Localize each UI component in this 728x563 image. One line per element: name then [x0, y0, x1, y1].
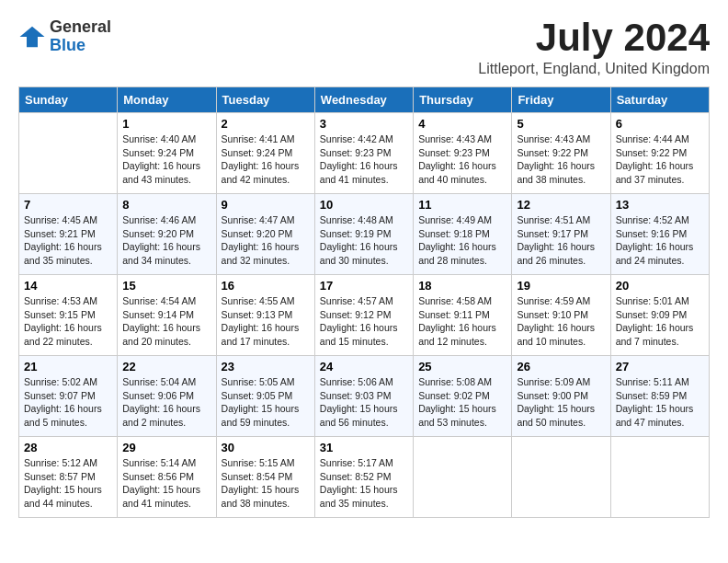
sunrise-text: Sunrise: 4:57 AM	[320, 295, 393, 306]
sunrise-text: Sunrise: 5:01 AM	[616, 295, 689, 306]
day-info: Sunrise: 4:45 AM Sunset: 9:21 PM Dayligh…	[24, 213, 112, 268]
day-info: Sunrise: 5:06 AM Sunset: 9:03 PM Dayligh…	[320, 375, 408, 430]
sunrise-text: Sunrise: 4:43 AM	[517, 133, 590, 144]
sunrise-text: Sunrise: 5:15 AM	[222, 457, 295, 468]
sunrise-text: Sunrise: 4:58 AM	[418, 295, 492, 306]
sunset-text: Sunset: 8:52 PM	[320, 471, 392, 482]
sunset-text: Sunset: 9:20 PM	[222, 228, 293, 239]
sunset-text: Sunset: 9:07 PM	[24, 390, 96, 401]
day-number: 2	[222, 117, 310, 131]
day-number: 16	[222, 279, 310, 293]
daylight-text: Daylight: 16 hours and 26 minutes.	[517, 241, 595, 266]
day-number: 18	[418, 279, 506, 293]
sunrise-text: Sunrise: 5:02 AM	[24, 376, 97, 387]
calendar-cell: 28 Sunrise: 5:12 AM Sunset: 8:57 PM Dayl…	[19, 437, 118, 518]
day-number: 24	[320, 360, 408, 373]
sunset-text: Sunset: 9:22 PM	[517, 147, 588, 158]
calendar-cell: 25 Sunrise: 5:08 AM Sunset: 9:02 PM Dayl…	[414, 356, 512, 437]
sunrise-text: Sunrise: 4:41 AM	[222, 133, 295, 144]
calendar-cell: 19 Sunrise: 4:59 AM Sunset: 9:10 PM Dayl…	[512, 275, 610, 356]
day-info: Sunrise: 4:54 AM Sunset: 9:14 PM Dayligh…	[122, 294, 210, 349]
sunset-text: Sunset: 9:00 PM	[517, 390, 588, 401]
calendar-cell: 6 Sunrise: 4:44 AM Sunset: 9:22 PM Dayli…	[610, 113, 709, 194]
calendar-cell: 2 Sunrise: 4:41 AM Sunset: 9:24 PM Dayli…	[216, 113, 314, 194]
sunset-text: Sunset: 9:24 PM	[122, 147, 194, 158]
sunset-text: Sunset: 9:18 PM	[418, 228, 490, 239]
day-number: 26	[517, 360, 605, 373]
calendar-cell: 21 Sunrise: 5:02 AM Sunset: 9:07 PM Dayl…	[19, 356, 118, 437]
daylight-text: Daylight: 16 hours and 17 minutes.	[222, 322, 300, 347]
sunset-text: Sunset: 9:03 PM	[320, 390, 392, 401]
calendar-cell: 30 Sunrise: 5:15 AM Sunset: 8:54 PM Dayl…	[216, 437, 314, 518]
daylight-text: Daylight: 16 hours and 28 minutes.	[418, 241, 496, 266]
calendar-cell: 3 Sunrise: 4:42 AM Sunset: 9:23 PM Dayli…	[314, 113, 413, 194]
calendar-cell: 13 Sunrise: 4:52 AM Sunset: 9:16 PM Dayl…	[610, 194, 709, 275]
header-sunday: Sunday	[19, 87, 118, 113]
day-number: 9	[222, 198, 310, 212]
calendar-cell: 29 Sunrise: 5:14 AM Sunset: 8:56 PM Dayl…	[118, 437, 216, 518]
day-info: Sunrise: 5:01 AM Sunset: 9:09 PM Dayligh…	[616, 294, 704, 349]
sunset-text: Sunset: 9:17 PM	[517, 228, 588, 239]
header-saturday: Saturday	[610, 87, 709, 113]
day-info: Sunrise: 4:44 AM Sunset: 9:22 PM Dayligh…	[616, 132, 704, 187]
daylight-text: Daylight: 15 hours and 44 minutes.	[24, 484, 102, 509]
day-info: Sunrise: 5:15 AM Sunset: 8:54 PM Dayligh…	[222, 456, 310, 511]
sunset-text: Sunset: 8:54 PM	[222, 471, 293, 482]
day-number: 10	[320, 198, 408, 212]
day-number: 11	[418, 198, 506, 212]
header-friday: Friday	[512, 87, 610, 113]
day-number: 17	[320, 279, 408, 293]
header-wednesday: Wednesday	[314, 87, 413, 113]
daylight-text: Daylight: 16 hours and 35 minutes.	[24, 241, 102, 266]
sunset-text: Sunset: 9:20 PM	[122, 228, 194, 239]
day-info: Sunrise: 5:02 AM Sunset: 9:07 PM Dayligh…	[24, 375, 112, 430]
day-number: 31	[320, 441, 408, 454]
day-number: 30	[222, 441, 310, 454]
day-number: 13	[616, 198, 704, 212]
logo-icon	[18, 23, 46, 51]
daylight-text: Daylight: 15 hours and 53 minutes.	[418, 403, 496, 428]
day-info: Sunrise: 5:05 AM Sunset: 9:05 PM Dayligh…	[222, 375, 310, 430]
day-info: Sunrise: 4:43 AM Sunset: 9:22 PM Dayligh…	[517, 132, 605, 187]
calendar-cell: 17 Sunrise: 4:57 AM Sunset: 9:12 PM Dayl…	[314, 275, 413, 356]
day-number: 20	[616, 279, 704, 293]
week-row-1: 1 Sunrise: 4:40 AM Sunset: 9:24 PM Dayli…	[19, 113, 710, 194]
sunrise-text: Sunrise: 4:49 AM	[418, 214, 492, 225]
day-number: 8	[122, 198, 210, 212]
logo-text: General Blue	[50, 18, 111, 55]
sunset-text: Sunset: 9:14 PM	[122, 309, 194, 320]
day-info: Sunrise: 4:49 AM Sunset: 9:18 PM Dayligh…	[418, 213, 506, 268]
sunrise-text: Sunrise: 5:08 AM	[418, 376, 492, 387]
daylight-text: Daylight: 15 hours and 35 minutes.	[320, 484, 398, 509]
day-number: 27	[616, 360, 704, 373]
day-number: 15	[122, 279, 210, 293]
daylight-text: Daylight: 15 hours and 41 minutes.	[122, 484, 200, 509]
calendar-cell: 18 Sunrise: 4:58 AM Sunset: 9:11 PM Dayl…	[414, 275, 512, 356]
week-row-5: 28 Sunrise: 5:12 AM Sunset: 8:57 PM Dayl…	[19, 437, 710, 518]
day-info: Sunrise: 4:57 AM Sunset: 9:12 PM Dayligh…	[320, 294, 408, 349]
day-info: Sunrise: 4:46 AM Sunset: 9:20 PM Dayligh…	[122, 213, 210, 268]
page-header: General Blue July 2024 Littleport, Engla…	[18, 18, 710, 77]
sunrise-text: Sunrise: 4:42 AM	[320, 133, 393, 144]
calendar-cell: 14 Sunrise: 4:53 AM Sunset: 9:15 PM Dayl…	[19, 275, 118, 356]
day-number: 14	[24, 279, 112, 293]
calendar-cell	[19, 113, 118, 194]
calendar-cell: 10 Sunrise: 4:48 AM Sunset: 9:19 PM Dayl…	[314, 194, 413, 275]
sunrise-text: Sunrise: 4:48 AM	[320, 214, 393, 225]
header-row: SundayMondayTuesdayWednesdayThursdayFrid…	[19, 87, 710, 113]
sunrise-text: Sunrise: 5:11 AM	[616, 376, 689, 387]
day-number: 23	[222, 360, 310, 373]
day-number: 22	[122, 360, 210, 373]
daylight-text: Daylight: 15 hours and 56 minutes.	[320, 403, 398, 428]
sunset-text: Sunset: 9:05 PM	[222, 390, 293, 401]
sunset-text: Sunset: 9:22 PM	[616, 147, 688, 158]
daylight-text: Daylight: 16 hours and 7 minutes.	[616, 322, 694, 347]
daylight-text: Daylight: 16 hours and 41 minutes.	[320, 160, 398, 185]
sunset-text: Sunset: 9:11 PM	[418, 309, 490, 320]
logo-blue: Blue	[50, 37, 111, 55]
daylight-text: Daylight: 16 hours and 5 minutes.	[24, 403, 102, 428]
daylight-text: Daylight: 16 hours and 43 minutes.	[122, 160, 200, 185]
day-info: Sunrise: 5:11 AM Sunset: 8:59 PM Dayligh…	[616, 375, 704, 430]
sunrise-text: Sunrise: 4:44 AM	[616, 133, 689, 144]
daylight-text: Daylight: 16 hours and 37 minutes.	[616, 160, 694, 185]
